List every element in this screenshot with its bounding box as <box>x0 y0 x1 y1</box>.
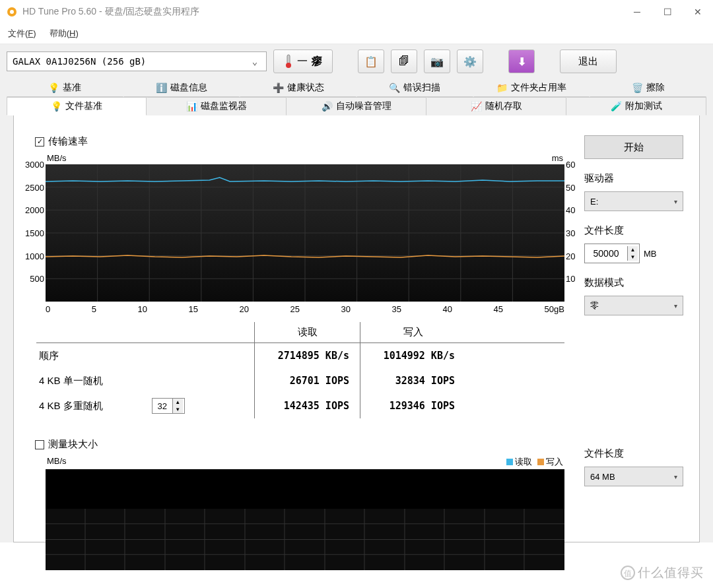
tab-health[interactable]: ➕健康状态 <box>240 79 356 97</box>
window-title: HD Tune Pro 5.60 - 硬盘/固态硬盘实用程序 <box>22 6 199 18</box>
search-icon: 🔍 <box>389 82 399 93</box>
blocksize-checkbox[interactable] <box>35 440 44 449</box>
toolbar: GALAX 0A1J0256N (256 gB) ⌄ 一 瘳 📋 🗐 📷 ⚙️ … <box>7 49 706 73</box>
results-table: 读取 写入 顺序 2714895 KB/s 1014992 KB/s 4 KB … <box>36 322 564 418</box>
copy-icon: 📋 <box>364 55 378 68</box>
thermometer-icon <box>284 54 293 69</box>
start-button[interactable]: 开始 <box>584 135 683 159</box>
bulb-icon: 💡 <box>51 101 61 112</box>
svg-text:值: 值 <box>624 569 632 578</box>
datapattern-label: 数据模式 <box>584 277 683 289</box>
chart2-unit-left: MB/s <box>47 456 67 468</box>
content-panel: ✓ 传输速率 MB/s ms 300025002000 15001000500 <box>13 115 700 542</box>
menu-file[interactable]: 文件(F) <box>8 28 36 40</box>
info-icon: ℹ️ <box>156 82 166 93</box>
test-icon: 🧪 <box>611 101 621 112</box>
close-button[interactable]: ✕ <box>683 2 713 22</box>
camera-icon: 📷 <box>430 55 444 68</box>
tab-benchmark[interactable]: 💡基准 <box>7 79 123 97</box>
menu-bar: 文件(F) 帮助(H) <box>0 24 713 44</box>
exit-button[interactable]: 退出 <box>560 49 617 73</box>
queue-depth-input[interactable] <box>153 401 172 411</box>
chevron-down-icon: ⌄ <box>249 56 261 67</box>
blocksize-chart: 25201510 <box>46 469 564 529</box>
table-row: 顺序 2714895 KB/s 1014992 KB/s <box>36 343 564 368</box>
chart2-legend: 读取 写入 <box>506 456 563 468</box>
filelen-input[interactable] <box>585 248 627 259</box>
x-axis: 0510152025 3035404550gB <box>46 302 564 314</box>
transfer-rate-label: 传输速率 <box>48 135 88 148</box>
drive-select-value: GALAX 0A1J0256N (256 gB) <box>13 56 146 67</box>
chart-unit-right: ms <box>552 153 563 163</box>
driver-select[interactable]: E: ▾ <box>584 191 683 211</box>
options-button[interactable]: ⚙️ <box>457 49 483 73</box>
spinner-down-icon[interactable]: ▼ <box>173 406 183 413</box>
trash-icon: 🗑️ <box>632 82 642 93</box>
blocksize-label: 测量块大小 <box>48 438 98 451</box>
spinner-up-icon[interactable]: ▲ <box>628 246 638 253</box>
svg-rect-2 <box>287 55 290 64</box>
random-icon: 📈 <box>471 101 481 112</box>
side-panel: 开始 驱动器 E: ▾ 文件长度 ▲▼ MB 数据模式 零 ▾ <box>584 135 683 529</box>
copy-info-button[interactable]: 📋 <box>358 49 384 73</box>
chevron-down-icon: ▾ <box>674 198 677 205</box>
screenshot-button[interactable]: 📷 <box>424 49 450 73</box>
tab-extra-tests[interactable]: 🧪附加测试 <box>566 97 706 115</box>
tab-erase[interactable]: 🗑️擦除 <box>590 79 706 97</box>
tab-aam[interactable]: 🔊自动噪音管理 <box>287 97 426 115</box>
y-axis-right: 605040 302010 <box>566 164 583 302</box>
copy-screenshot-button[interactable]: 🗐 <box>391 49 417 73</box>
transfer-rate-checkbox[interactable]: ✓ <box>35 137 44 147</box>
spinner-up-icon[interactable]: ▲ <box>173 399 183 406</box>
title-bar: HD Tune Pro 5.60 - 硬盘/固态硬盘实用程序 ─ ☐ ✕ <box>0 0 713 24</box>
driver-label: 驱动器 <box>584 172 683 185</box>
minimize-button[interactable]: ─ <box>622 2 652 22</box>
header-write: 写入 <box>360 322 465 343</box>
chevron-down-icon: ▾ <box>674 302 677 310</box>
copy-image-icon: 🗐 <box>399 55 409 67</box>
tab-row-2: 💡文件基准 📊磁盘监视器 🔊自动噪音管理 📈随机存取 🧪附加测试 <box>7 97 706 115</box>
filelen2-select[interactable]: 64 MB ▾ <box>584 467 683 486</box>
legend-read-swatch <box>506 459 513 465</box>
header-read: 读取 <box>254 322 360 343</box>
queue-depth-spinner[interactable]: ▲▼ <box>152 398 185 414</box>
bulb-icon: 💡 <box>48 82 59 93</box>
datapattern-select[interactable]: 零 ▾ <box>584 296 683 315</box>
filelen2-label: 文件长度 <box>584 447 683 460</box>
legend-write-swatch <box>537 459 544 465</box>
app-icon <box>7 7 17 17</box>
tab-error-scan[interactable]: 🔍错误扫描 <box>356 79 473 97</box>
maximize-button[interactable]: ☐ <box>652 2 683 22</box>
svg-point-3 <box>286 63 291 68</box>
gear-icon: ⚙️ <box>463 55 477 68</box>
chart-unit-left: MB/s <box>47 153 67 163</box>
spinner-down-icon[interactable]: ▼ <box>628 253 638 261</box>
filelen-unit: MB <box>644 249 657 259</box>
chevron-down-icon: ▾ <box>674 473 677 480</box>
save-button[interactable]: ⬇ <box>508 49 535 73</box>
filelen-label: 文件长度 <box>584 224 683 237</box>
transfer-chart: 300025002000 15001000500 605040 302010 <box>46 164 564 302</box>
tab-info[interactable]: ℹ️磁盘信息 <box>123 79 240 97</box>
watermark: 值 什么值得买 <box>621 564 704 581</box>
drive-select[interactable]: GALAX 0A1J0256N (256 gB) ⌄ <box>7 51 267 71</box>
download-icon: ⬇ <box>518 55 526 68</box>
y-axis-left: 300025002000 15001000500 <box>19 164 44 302</box>
speaker-icon: 🔊 <box>322 101 332 112</box>
tab-row-1: 💡基准 ℹ️磁盘信息 ➕健康状态 🔍错误扫描 📁文件夹占用率 🗑️擦除 <box>7 79 706 97</box>
tab-random-access[interactable]: 📈随机存取 <box>426 97 566 115</box>
temperature-button[interactable]: 一 瘳 <box>273 49 333 73</box>
svg-point-1 <box>10 10 14 14</box>
watermark-icon: 值 <box>621 566 635 580</box>
tab-folder-usage[interactable]: 📁文件夹占用率 <box>473 79 590 97</box>
tab-file-benchmark[interactable]: 💡文件基准 <box>7 97 147 115</box>
chart2-y-axis: 25201510 <box>46 469 564 509</box>
table-row: 4 KB 多重随机 ▲▼ 142435 IOPS 129346 IOPS <box>36 393 564 418</box>
table-row: 4 KB 单一随机 26701 IOPS 32834 IOPS <box>36 368 564 393</box>
chart-icon: 📊 <box>186 101 197 112</box>
filelen-spinner[interactable]: ▲▼ <box>584 244 640 263</box>
health-icon: ➕ <box>273 82 283 93</box>
menu-help[interactable]: 帮助(H) <box>50 28 79 40</box>
tab-disk-monitor[interactable]: 📊磁盘监视器 <box>147 97 287 115</box>
folder-icon: 📁 <box>496 82 507 93</box>
